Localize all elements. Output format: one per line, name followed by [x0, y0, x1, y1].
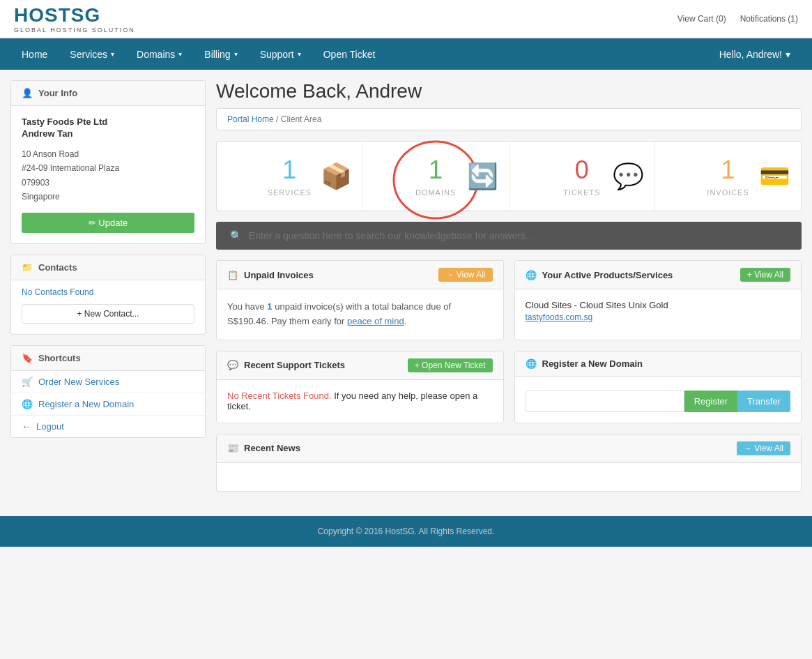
logo-sub: GLOBAL HOSTING SOLUTION [14, 26, 135, 33]
register-domain-card: 🌐 Register a New Domain Register Transfe… [514, 351, 802, 423]
search-bar: 🔍 [216, 222, 802, 250]
shortcut-order-services[interactable]: 🛒 Order New Services [11, 371, 205, 393]
shortcuts-section: 🔖 Shortcuts 🛒 Order New Services 🌐 Regis… [10, 345, 206, 438]
postcode: 079903 [22, 176, 194, 190]
services-view-all-button[interactable]: + View All [740, 268, 790, 282]
domain-globe-icon: 🌐 [526, 358, 537, 369]
news-icon: 📰 [227, 443, 238, 453]
user-chevron: ▾ [786, 49, 790, 60]
register-domain-header: 🌐 Register a New Domain [515, 351, 802, 377]
navbar: Home Services ▾ Domains ▾ Billing ▾ Supp… [0, 38, 812, 70]
nav-domains[interactable]: Domains ▾ [125, 38, 193, 70]
user-greeting[interactable]: Hello, Andrew! ▾ [708, 38, 802, 70]
globe-icon: 🌐 [22, 399, 33, 409]
transfer-domain-button[interactable]: Transfer [737, 391, 790, 412]
ticket-icon: 💬 [227, 360, 238, 370]
your-info-body: Tasty Foods Pte Ltd Andrew Tan 10 Anson … [11, 106, 205, 243]
recent-news-body [217, 463, 801, 491]
invoices-icon: 💳 [759, 162, 790, 191]
shortcut-register-domain[interactable]: 🌐 Register a New Domain [11, 393, 205, 416]
recent-news-card: 📰 Recent News → View All [216, 434, 802, 492]
shortcuts-icon: 🔖 [22, 353, 33, 363]
your-info-title: 👤 Your Info [11, 81, 205, 106]
support-tickets-title: 💬 Recent Support Tickets [227, 360, 345, 370]
tickets-icon: 💬 [613, 162, 644, 191]
breadcrumb-sep: / [276, 114, 281, 124]
support-tickets-body: No Recent Tickets Found. If you need any… [217, 380, 503, 422]
support-tickets-header: 💬 Recent Support Tickets + Open New Tick… [217, 351, 503, 380]
nav-home[interactable]: Home [10, 38, 59, 70]
stat-invoices[interactable]: 1 INVOICES 💳 [655, 142, 801, 211]
invoices-view-all-button[interactable]: → View All [438, 268, 492, 282]
logout-icon: ← [22, 421, 31, 432]
support-tickets-card: 💬 Recent Support Tickets + Open New Tick… [216, 351, 504, 423]
stat-services[interactable]: 1 SERVICES 📦 [217, 142, 363, 211]
register-domain-button[interactable]: Register [684, 391, 737, 412]
domains-chevron: ▾ [178, 50, 182, 58]
logo-main: HOSTSG [14, 4, 135, 26]
greeting-text: Hello, Andrew! [719, 49, 782, 60]
domain-search-input[interactable] [526, 391, 684, 412]
contacts-icon: 📁 [22, 262, 33, 273]
stat-tickets[interactable]: 0 TICKETS 💬 [510, 142, 656, 211]
main-layout: 👤 Your Info Tasty Foods Pte Ltd Andrew T… [0, 70, 812, 502]
content-grid: 📋 Unpaid Invoices → View All You have 1 … [216, 260, 802, 492]
services-icon: 📦 [321, 162, 352, 191]
unpaid-invoices-card: 📋 Unpaid Invoices → View All You have 1 … [216, 260, 504, 340]
footer-text: Copyright © 2016 HostSG. All Rights Rese… [318, 527, 495, 536]
active-services-title: 🌐 Your Active Products/Services [526, 270, 673, 280]
nav-support[interactable]: Support ▾ [249, 38, 312, 70]
shortcuts-title: 🔖 Shortcuts [11, 346, 205, 371]
open-new-ticket-button[interactable]: + Open New Ticket [408, 358, 493, 372]
nav-billing[interactable]: Billing ▾ [193, 38, 248, 70]
recent-news-title: 📰 Recent News [227, 443, 300, 453]
no-contacts-text: No Contacts Found [11, 280, 205, 304]
active-services-header: 🌐 Your Active Products/Services + View A… [515, 261, 802, 289]
support-chevron: ▾ [298, 50, 301, 58]
stat-domains[interactable]: 1 DOMAINS 🔄 [363, 142, 510, 211]
cart-icon: 🛒 [22, 377, 33, 387]
your-info-section: 👤 Your Info Tasty Foods Pte Ltd Andrew T… [10, 80, 206, 244]
company-name: Tasty Foods Pte Ltd [22, 116, 194, 127]
logo: HOSTSG GLOBAL HOSTING SOLUTION [14, 4, 135, 33]
update-button[interactable]: ✏ Update [22, 213, 194, 233]
services-chevron: ▾ [111, 50, 114, 58]
no-tickets-text: No Recent Tickets Found. [227, 391, 332, 401]
breadcrumb-home[interactable]: Portal Home [227, 114, 274, 124]
notifications-link[interactable]: Notifications (1) [740, 14, 798, 24]
footer: Copyright © 2016 HostSG. All Rights Rese… [0, 516, 812, 547]
invoice-icon: 📋 [227, 270, 238, 280]
unpaid-invoices-body: You have 1 unpaid invoice(s) with a tota… [217, 289, 503, 340]
person-name: Andrew Tan [22, 128, 194, 139]
billing-chevron: ▾ [234, 50, 238, 58]
register-domain-title: 🌐 Register a New Domain [526, 358, 643, 369]
nav-services[interactable]: Services ▾ [59, 38, 125, 70]
person-icon: 👤 [22, 88, 33, 98]
peace-of-mind-link[interactable]: peace of mind [347, 316, 404, 326]
stats-row: 1 SERVICES 📦 1 DOMAINS 🔄 0 TICKETS 💬 1 [216, 141, 802, 211]
services-globe-icon: 🌐 [526, 270, 537, 280]
nav-items: Home Services ▾ Domains ▾ Billing ▾ Supp… [10, 38, 386, 70]
breadcrumb: Portal Home / Client Area [216, 108, 802, 130]
contacts-title: 📁 Contacts [11, 255, 205, 280]
main-content: Welcome Back, Andrew Portal Home / Clien… [216, 80, 802, 492]
unpaid-count: 1 [267, 301, 272, 312]
view-cart-link[interactable]: View Cart (0) [677, 14, 726, 24]
active-services-card: 🌐 Your Active Products/Services + View A… [514, 260, 802, 340]
page-title: Welcome Back, Andrew [216, 80, 802, 103]
shortcut-logout[interactable]: ← Logout [11, 416, 205, 437]
top-links: View Cart (0) Notifications (1) [677, 14, 798, 24]
domain-input-row: Register Transfer [526, 391, 791, 412]
search-input[interactable] [249, 230, 788, 241]
service-url-link[interactable]: tastyfoods.com.sg [526, 312, 791, 322]
address-line2: #24-09 International Plaza [22, 161, 194, 175]
new-contact-button[interactable]: + New Contact... [22, 304, 194, 324]
register-domain-body: Register Transfer [515, 377, 802, 423]
address-line1: 10 Anson Road [22, 147, 194, 161]
unpaid-invoices-title: 📋 Unpaid Invoices [227, 270, 314, 280]
news-view-all-button[interactable]: → View All [737, 441, 790, 455]
nav-open-ticket[interactable]: Open Ticket [312, 38, 387, 70]
search-icon: 🔍 [230, 230, 242, 241]
contacts-section: 📁 Contacts No Contacts Found + New Conta… [10, 255, 206, 335]
unpaid-text: You have 1 unpaid invoice(s) with a tota… [227, 301, 451, 326]
